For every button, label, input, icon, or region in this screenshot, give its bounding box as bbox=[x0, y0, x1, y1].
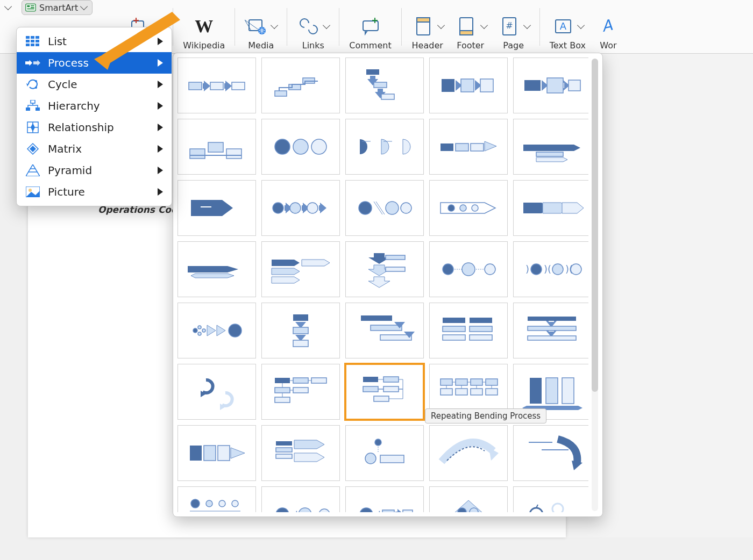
gallery-tile[interactable] bbox=[177, 180, 256, 236]
svg-point-134 bbox=[198, 332, 201, 335]
svg-rect-191 bbox=[276, 454, 292, 458]
chevron-down-icon bbox=[80, 3, 88, 10]
svg-rect-117 bbox=[386, 255, 405, 260]
svg-rect-73 bbox=[569, 80, 580, 91]
gallery-tile[interactable] bbox=[345, 303, 424, 358]
svg-rect-181 bbox=[530, 378, 542, 404]
gallery-tile[interactable] bbox=[177, 58, 256, 113]
gallery-tile[interactable] bbox=[345, 425, 424, 481]
gallery-tile[interactable] bbox=[261, 303, 340, 358]
gallery-tile[interactable] bbox=[429, 58, 508, 113]
header-icon bbox=[411, 15, 435, 38]
gallery-tile[interactable] bbox=[177, 425, 256, 481]
category-item-relationship[interactable]: Relationship bbox=[17, 117, 172, 138]
gallery-tile[interactable] bbox=[345, 119, 424, 175]
gallery-tile[interactable] bbox=[429, 303, 508, 358]
category-item-cycle[interactable]: Cycle bbox=[17, 74, 172, 95]
gallery-tile[interactable] bbox=[345, 180, 424, 236]
smartart-button[interactable]: SmartArt bbox=[22, 0, 93, 15]
gallery-tile[interactable] bbox=[261, 425, 340, 481]
gallery-tile[interactable] bbox=[513, 119, 588, 175]
submenu-arrow-icon bbox=[158, 102, 163, 110]
wordart-label-partial: Wor bbox=[600, 40, 616, 51]
gallery-tile[interactable] bbox=[513, 180, 588, 236]
matrix-icon bbox=[25, 143, 40, 155]
svg-rect-163 bbox=[293, 378, 308, 383]
gallery-tile[interactable] bbox=[513, 425, 588, 481]
gallery-tile[interactable] bbox=[345, 364, 424, 420]
ribbon-leading-dropdown[interactable] bbox=[0, 0, 16, 15]
ribbon-group-footer[interactable]: Footer bbox=[449, 0, 492, 54]
gallery-tile[interactable] bbox=[513, 303, 588, 358]
svg-rect-171 bbox=[383, 386, 399, 392]
gallery-tile[interactable] bbox=[429, 119, 508, 175]
category-label: Pyramid bbox=[48, 164, 92, 177]
svg-rect-74 bbox=[190, 149, 205, 159]
svg-marker-43 bbox=[26, 164, 40, 176]
submenu-arrow-icon bbox=[158, 81, 163, 88]
svg-marker-113 bbox=[272, 268, 300, 275]
category-label: Matrix bbox=[48, 142, 82, 155]
category-item-hierarchy[interactable]: Hierarchy bbox=[17, 95, 172, 117]
textbox-icon: A bbox=[551, 15, 575, 38]
svg-rect-179 bbox=[471, 389, 482, 395]
gallery-tile[interactable]: += bbox=[261, 486, 340, 512]
svg-marker-49 bbox=[102, 12, 180, 63]
svg-rect-176 bbox=[486, 379, 498, 385]
gallery-tile[interactable] bbox=[177, 241, 256, 297]
gallery-tile[interactable] bbox=[177, 303, 256, 358]
gallery-tile[interactable] bbox=[177, 119, 256, 175]
svg-point-34 bbox=[35, 80, 37, 82]
ribbon-group-links[interactable]: Links bbox=[292, 0, 335, 54]
smartart-label: SmartArt bbox=[39, 3, 78, 13]
svg-marker-40 bbox=[31, 123, 35, 132]
svg-rect-36 bbox=[31, 100, 35, 103]
gallery-scrollbar-thumb[interactable] bbox=[592, 59, 598, 392]
gallery-tile[interactable] bbox=[345, 241, 424, 297]
svg-marker-192 bbox=[294, 440, 324, 449]
gallery-tile[interactable]: + bbox=[345, 486, 424, 512]
svg-point-203 bbox=[219, 500, 225, 507]
gallery-tile[interactable] bbox=[177, 364, 256, 420]
svg-rect-190 bbox=[276, 448, 292, 452]
submenu-arrow-icon bbox=[158, 124, 163, 131]
gallery-tile[interactable] bbox=[261, 241, 340, 297]
svg-marker-114 bbox=[272, 277, 300, 283]
gallery-scrollbar[interactable] bbox=[592, 59, 598, 511]
svg-rect-173 bbox=[441, 379, 452, 385]
ribbon-group-wikipedia[interactable]: W Wikipedia bbox=[177, 0, 230, 54]
wikipedia-icon: W bbox=[192, 15, 216, 38]
ribbon-group-page-number[interactable]: # Page bbox=[492, 0, 535, 54]
gallery-tile[interactable] bbox=[345, 58, 424, 113]
gallery-tile[interactable] bbox=[261, 364, 340, 420]
svg-rect-145 bbox=[371, 325, 402, 331]
ribbon-group-wordart-partial[interactable]: A Wor bbox=[591, 0, 620, 54]
category-item-pyramid[interactable]: Pyramid bbox=[17, 160, 172, 181]
gallery-tile[interactable] bbox=[261, 58, 340, 113]
gallery-tile[interactable] bbox=[429, 486, 508, 512]
gallery-tile[interactable] bbox=[429, 180, 508, 236]
gallery-tile[interactable] bbox=[177, 486, 256, 512]
svg-point-226 bbox=[552, 504, 563, 512]
svg-rect-218 bbox=[382, 510, 394, 512]
svg-rect-59 bbox=[366, 69, 379, 75]
svg-point-129 bbox=[552, 264, 563, 275]
gallery-tile[interactable] bbox=[429, 241, 508, 297]
gallery-tile[interactable] bbox=[513, 58, 588, 113]
ribbon-group-textbox[interactable]: A Text Box bbox=[544, 0, 591, 54]
svg-point-125 bbox=[485, 264, 495, 275]
gallery-tile[interactable] bbox=[261, 180, 340, 236]
svg-marker-54 bbox=[224, 81, 232, 91]
ribbon-group-media[interactable]: Media bbox=[239, 0, 282, 54]
gallery-tile[interactable] bbox=[261, 119, 340, 175]
gallery-tile[interactable]: ))()( bbox=[513, 241, 588, 297]
gallery-tile[interactable] bbox=[513, 486, 588, 512]
category-item-matrix[interactable]: Matrix bbox=[17, 138, 172, 160]
svg-marker-48 bbox=[26, 191, 40, 197]
category-item-picture[interactable]: Picture bbox=[17, 181, 172, 203]
svg-rect-185 bbox=[190, 446, 202, 461]
svg-rect-155 bbox=[528, 317, 576, 321]
ribbon-group-header[interactable]: Header bbox=[406, 0, 449, 54]
ribbon-group-comment[interactable]: Comment bbox=[344, 0, 396, 54]
gallery-tile[interactable] bbox=[429, 425, 508, 481]
